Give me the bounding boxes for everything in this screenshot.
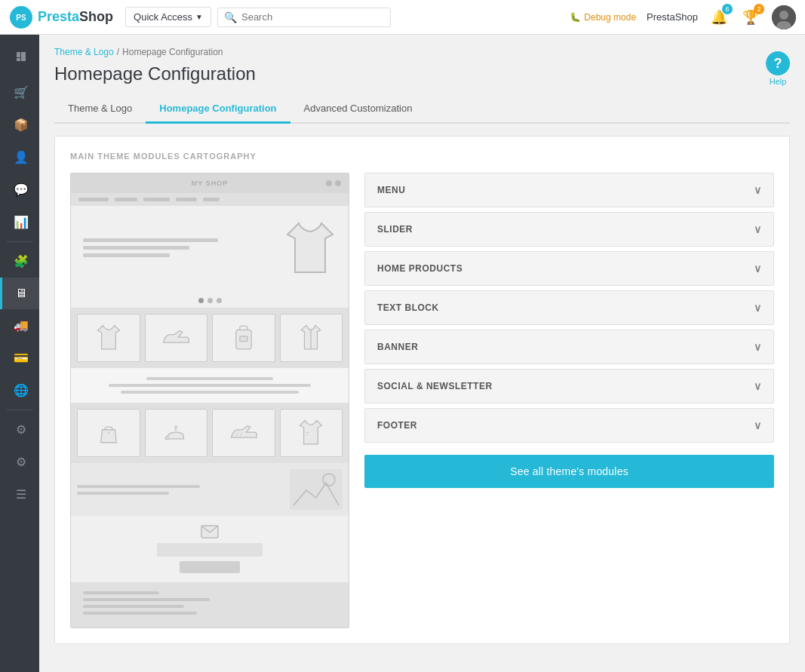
chevron-down-icon-banner: ∨ [754, 341, 762, 353]
accordion-header-banner[interactable]: BANNER ∨ [365, 330, 773, 364]
wf-product-cap [145, 409, 208, 457]
accordion-header-slider[interactable]: SLIDER ∨ [365, 213, 773, 246]
sidebar-item-international[interactable]: 🌐 [0, 374, 39, 407]
wf-header-dots [326, 180, 341, 186]
wf-nav [71, 193, 349, 206]
accordion-item-social-newsletter: SOCIAL & NEWSLETTER ∨ [364, 369, 774, 404]
wf-nav-line-1 [78, 198, 109, 201]
config-layout: MY SHOP [70, 173, 774, 628]
sidebar-item-modules[interactable]: 🧩 [0, 245, 39, 278]
tab-homepage-configuration[interactable]: Homepage Configuration [146, 95, 290, 124]
sidebar: 🛒 📦 👤 💬 📊 🧩 🖥 🚚 💳 🌐 ⚙ ⚙ ☰ [0, 35, 39, 656]
wf-banner-landscape-icon [290, 469, 343, 510]
main-content: ? Help Theme & Logo / Homepage Configura… [39, 35, 805, 656]
sidebar-divider-2 [6, 410, 33, 410]
sidebar-item-modules-list[interactable]: ☰ [0, 478, 39, 511]
shipping-icon: 🚚 [14, 318, 29, 333]
sidebar-item-payment[interactable]: 💳 [0, 342, 39, 374]
breadcrumb-parent[interactable]: Theme & Logo [54, 47, 114, 57]
customers-icon: 👤 [14, 150, 29, 164]
wf-footer-line-1 [83, 591, 159, 594]
wf-banner-line-1 [77, 485, 200, 488]
logo-shop: Shop [79, 9, 113, 24]
trophy-button[interactable]: 🏆 2 [740, 7, 761, 28]
chevron-down-icon-text-block: ∨ [754, 302, 762, 314]
wf-newsletter [71, 516, 349, 582]
accordion-label-social-newsletter: SOCIAL & NEWSLETTER [377, 381, 493, 391]
wf-hero-line-1 [83, 238, 218, 242]
dashboard-icon [14, 50, 28, 67]
topnav: PS PrestaShop Quick Access ▼ 🔍 🐛 Debug m… [0, 0, 805, 35]
accordion-label-footer: FOOTER [377, 420, 417, 431]
logo[interactable]: PS PrestaShop [9, 5, 113, 29]
accordion-item-banner: BANNER ∨ [364, 330, 774, 364]
sidebar-item-advanced-params[interactable]: ⚙ [0, 446, 39, 478]
sidebar-item-orders[interactable]: 🛒 [0, 76, 39, 109]
chevron-down-icon-social-newsletter: ∨ [754, 380, 762, 392]
wf-footer [71, 582, 349, 628]
international-icon: 🌐 [14, 383, 29, 397]
sidebar-item-dashboard[interactable] [0, 41, 39, 76]
accordion-label-banner: BANNER [377, 342, 418, 352]
help-button[interactable]: ? Help [766, 51, 790, 86]
wf-nav-line-2 [115, 198, 137, 201]
notifications-button[interactable]: 🔔 6 [708, 7, 730, 28]
accordion-label-text-block: TEXT BLOCK [377, 302, 439, 313]
wf-newsletter-btn-mock [180, 561, 240, 573]
sidebar-item-shipping[interactable]: 🚚 [0, 309, 39, 342]
wf-hero-text [83, 238, 276, 261]
wf-header: MY SHOP [71, 173, 349, 193]
tab-advanced-customization[interactable]: Advanced Customization [290, 95, 426, 124]
wf-hero-line-3 [83, 253, 170, 257]
accordion-header-social-newsletter[interactable]: SOCIAL & NEWSLETTER ∨ [365, 370, 773, 403]
wf-text-line-2 [109, 384, 312, 387]
quick-access-button[interactable]: Quick Access ▼ [125, 7, 211, 27]
wf-footer-line-3 [83, 605, 184, 608]
sidebar-item-customers[interactable]: 👤 [0, 141, 39, 173]
sidebar-item-design[interactable]: 🖥 [0, 278, 39, 309]
accordion-header-text-block[interactable]: TEXT BLOCK ∨ [365, 291, 773, 324]
wf-hero [71, 206, 349, 293]
shop-name[interactable]: PrestaShop [647, 11, 698, 23]
wf-banner-lines [77, 485, 282, 495]
chevron-down-icon-menu: ∨ [754, 184, 762, 196]
section-title: MAIN THEME MODULES CARTOGRAPHY [70, 152, 774, 161]
search-input[interactable] [241, 11, 384, 23]
wf-text-line-3 [121, 391, 298, 394]
page-title: Homepage Configuration [54, 63, 790, 84]
accordion-header-footer[interactable]: FOOTER ∨ [365, 409, 773, 442]
sidebar-item-shop-params[interactable]: ⚙ [0, 413, 39, 446]
shop-params-icon: ⚙ [16, 422, 26, 437]
wireframe: MY SHOP [70, 173, 349, 628]
avatar-image [772, 5, 796, 29]
wf-banner-line-2 [77, 492, 169, 495]
breadcrumb-separator: / [117, 47, 119, 57]
wf-nav-line-4 [176, 198, 197, 201]
accordion-header-menu[interactable]: MENU ∨ [365, 173, 773, 207]
debug-mode[interactable]: 🐛 Debug mode [570, 12, 636, 23]
wf-footer-line-4 [83, 612, 197, 615]
trophy-badge: 2 [754, 4, 764, 14]
messages-icon: 💬 [14, 183, 29, 197]
wf-nav-line-5 [203, 198, 220, 201]
accordion-header-home-products[interactable]: HOME PRODUCTS ∨ [365, 252, 773, 285]
sidebar-item-stats[interactable]: 📊 [0, 206, 39, 238]
quick-access-chevron-icon: ▼ [195, 13, 203, 21]
accordion-item-menu: MENU ∨ [364, 173, 774, 207]
wf-product-shirt [77, 314, 140, 362]
accordion-item-home-products: HOME PRODUCTS ∨ [364, 251, 774, 286]
wf-cdot-1 [198, 298, 204, 303]
topnav-right: 🐛 Debug mode PrestaShop 🔔 6 🏆 2 [570, 5, 796, 29]
modules-list-icon: ☰ [16, 487, 26, 502]
help-circle-icon: ? [766, 51, 790, 75]
wf-shop-name: MY SHOP [192, 180, 228, 187]
see-all-modules-button[interactable]: See all theme's modules [364, 455, 774, 488]
accordion-label-menu: MENU [377, 185, 405, 195]
tab-theme-logo[interactable]: Theme & Logo [54, 95, 146, 124]
sidebar-item-catalog[interactable]: 📦 [0, 109, 39, 141]
prestashop-logo-icon: PS [9, 5, 33, 29]
wf-product-bag-icon [96, 420, 121, 446]
sidebar-item-messages[interactable]: 💬 [0, 173, 39, 206]
help-label: Help [770, 77, 787, 86]
avatar[interactable] [772, 5, 796, 29]
